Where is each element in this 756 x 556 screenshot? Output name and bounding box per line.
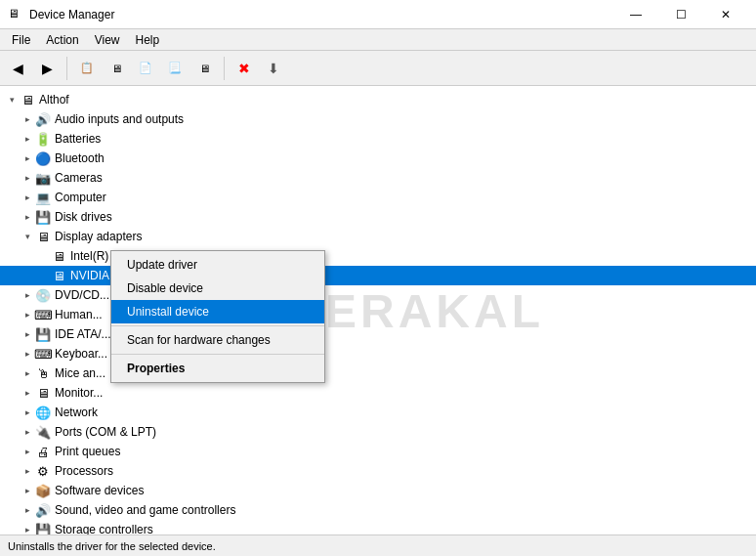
toolbar-separator-1 — [66, 57, 67, 80]
menu-view[interactable]: View — [87, 31, 128, 49]
item-label-sound: Sound, video and game controllers — [55, 503, 235, 517]
item-icon-processors: ⚙ — [35, 463, 51, 479]
item-icon-sound: 🔊 — [35, 502, 51, 518]
item-label-storage: Storage controllers — [55, 523, 153, 535]
update-driver-button[interactable]: 📄 — [132, 55, 159, 82]
tree-item-software[interactable]: ▸📦Software devices — [0, 481, 756, 500]
properties-button[interactable]: 📋 — [73, 55, 101, 82]
item-label-software: Software devices — [55, 484, 144, 497]
title-bar: 🖥 Device Manager — ☐ ✕ — [0, 0, 756, 29]
expand-icon-network[interactable]: ▸ — [20, 405, 35, 420]
item-label-mice: Mice an... — [55, 366, 105, 380]
back-button[interactable]: ◀ — [4, 55, 31, 82]
tree-item-ports[interactable]: ▸🔌Ports (COM & LPT) — [0, 422, 756, 442]
item-icon-intel: 🖥 — [51, 248, 66, 264]
title-bar-text: Device Manager — [29, 8, 613, 21]
tree-item-display[interactable]: ▾🖥Display adapters — [0, 227, 756, 246]
tree-item-monitors[interactable]: ▸🖥Monitor... — [0, 383, 756, 403]
item-icon-audio: 🔊 — [35, 111, 51, 127]
ctx-item-update[interactable]: Update driver — [111, 253, 324, 277]
expand-icon-bluetooth[interactable]: ▸ — [20, 150, 35, 166]
show-hide-button[interactable]: 🖥 — [103, 55, 130, 82]
expand-icon-mice[interactable]: ▸ — [20, 365, 35, 381]
tree-item-audio[interactable]: ▸🔊Audio inputs and outputs — [0, 109, 756, 129]
tree-item-disk[interactable]: ▸💾Disk drives — [0, 207, 756, 227]
item-icon-ideata: 💾 — [35, 326, 51, 342]
tree-item-print[interactable]: ▸🖨Print queues — [0, 442, 756, 461]
expand-icon-display[interactable]: ▾ — [20, 229, 35, 244]
tree-item-cameras[interactable]: ▸📷Cameras — [0, 168, 756, 188]
ctx-separator — [111, 325, 324, 326]
tree-item-bluetooth[interactable]: ▸🔵Bluetooth — [0, 149, 756, 168]
expand-icon-storage[interactable]: ▸ — [20, 522, 35, 535]
uninstall-button[interactable]: ✖ — [231, 55, 258, 82]
expand-icon-batteries[interactable]: ▸ — [20, 131, 35, 147]
tree-item-network[interactable]: ▸🌐Network — [0, 403, 756, 422]
toolbar-separator-2 — [224, 57, 225, 80]
minimize-button[interactable]: — — [613, 0, 658, 29]
item-icon-althof: 🖥 — [20, 92, 35, 107]
item-label-print: Print queues — [55, 445, 120, 458]
expand-icon-althof[interactable]: ▾ — [4, 92, 20, 107]
expand-icon-intel — [35, 248, 51, 264]
item-label-audio: Audio inputs and outputs — [55, 112, 184, 126]
item-icon-mice: 🖱 — [35, 365, 51, 381]
tree-item-processors[interactable]: ▸⚙Processors — [0, 461, 756, 481]
ctx-item-properties[interactable]: Properties — [111, 357, 324, 380]
item-label-human: Human... — [55, 308, 103, 321]
menu-file[interactable]: File — [4, 31, 38, 49]
item-icon-bluetooth: 🔵 — [35, 150, 51, 166]
status-bar: Uninstalls the driver for the selected d… — [0, 535, 756, 556]
expand-icon-software[interactable]: ▸ — [20, 483, 35, 498]
item-label-processors: Processors — [55, 464, 113, 478]
item-icon-human: ⌨ — [35, 307, 51, 322]
tree-item-computer[interactable]: ▸💻Computer — [0, 188, 756, 207]
expand-icon-nvidia — [35, 268, 51, 283]
tree-item-batteries[interactable]: ▸🔋Batteries — [0, 129, 756, 149]
menu-bar: File Action View Help — [0, 29, 756, 51]
computer-button[interactable]: 🖥 — [190, 55, 218, 82]
item-icon-print: 🖨 — [35, 444, 51, 459]
expand-icon-monitors[interactable]: ▸ — [20, 385, 35, 401]
scan-button[interactable]: ⬇ — [260, 55, 287, 82]
expand-icon-ports[interactable]: ▸ — [20, 424, 35, 440]
maximize-button[interactable]: ☐ — [658, 0, 703, 29]
expand-icon-dvdcd[interactable]: ▸ — [20, 287, 35, 303]
ctx-item-uninstall[interactable]: Uninstall device — [111, 300, 324, 323]
item-label-cameras: Cameras — [55, 171, 103, 185]
expand-icon-processors[interactable]: ▸ — [20, 463, 35, 479]
item-icon-computer: 💻 — [35, 190, 51, 205]
expand-icon-audio[interactable]: ▸ — [20, 111, 35, 127]
item-label-monitors: Monitor... — [55, 386, 103, 400]
item-icon-dvdcd: 💿 — [35, 287, 51, 303]
item-icon-monitors: 🖥 — [35, 385, 51, 401]
expand-icon-computer[interactable]: ▸ — [20, 190, 35, 205]
forward-button[interactable]: ▶ — [33, 55, 61, 82]
expand-icon-cameras[interactable]: ▸ — [20, 170, 35, 186]
menu-help[interactable]: Help — [128, 31, 168, 49]
item-label-disk: Disk drives — [55, 210, 112, 224]
tree-item-althof[interactable]: ▾🖥Althof — [0, 90, 756, 109]
ctx-item-scan[interactable]: Scan for hardware changes — [111, 328, 324, 352]
item-label-display: Display adapters — [55, 230, 142, 243]
title-bar-controls: — ☐ ✕ — [613, 0, 748, 29]
status-text: Uninstalls the driver for the selected d… — [8, 540, 216, 552]
expand-icon-print[interactable]: ▸ — [20, 444, 35, 459]
item-label-althof: Althof — [39, 93, 69, 107]
item-label-network: Network — [55, 406, 98, 419]
item-label-computer: Computer — [55, 191, 106, 204]
item-icon-ports: 🔌 — [35, 424, 51, 440]
menu-action[interactable]: Action — [38, 31, 86, 49]
expand-icon-ideata[interactable]: ▸ — [20, 326, 35, 342]
expand-icon-disk[interactable]: ▸ — [20, 209, 35, 225]
expand-icon-sound[interactable]: ▸ — [20, 502, 35, 518]
tree-item-sound[interactable]: ▸🔊Sound, video and game controllers — [0, 500, 756, 520]
ctx-item-disable[interactable]: Disable device — [111, 277, 324, 300]
close-button[interactable]: ✕ — [703, 0, 748, 29]
tree-item-storage[interactable]: ▸💾Storage controllers — [0, 520, 756, 535]
update-button2[interactable]: 📃 — [161, 55, 189, 82]
item-icon-network: 🌐 — [35, 405, 51, 420]
item-label-batteries: Batteries — [55, 132, 101, 146]
context-menu: Update driverDisable deviceUninstall dev… — [110, 250, 325, 383]
item-label-ideata: IDE ATA/... — [55, 327, 111, 341]
